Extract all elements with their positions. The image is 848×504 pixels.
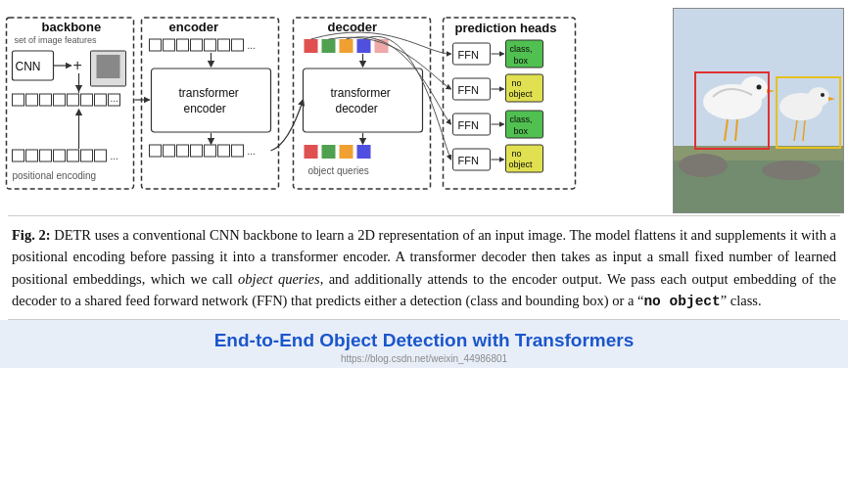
svg-text:class,: class, [510,44,533,54]
svg-text:prediction heads: prediction heads [455,21,557,35]
svg-rect-16 [95,94,107,106]
svg-rect-35 [191,39,203,51]
svg-text:FFN: FFN [458,84,479,96]
svg-rect-33 [164,39,175,51]
svg-text:positional encoding: positional encoding [13,170,97,181]
svg-rect-13 [54,94,66,106]
italic-phrase: object queries [238,271,320,287]
svg-rect-43 [150,145,162,157]
svg-text:object queries: object queries [308,165,369,176]
svg-text:...: ... [111,93,118,104]
svg-rect-14 [68,94,79,106]
svg-rect-26 [81,150,93,161]
main-container: backbone set of image features CNN + [0,0,848,504]
svg-text:...: ... [248,40,256,51]
svg-rect-49 [232,145,244,157]
svg-rect-65 [322,145,336,159]
svg-rect-46 [191,145,203,157]
svg-rect-10 [13,94,24,106]
caption-section: Fig. 2: DETR uses a conventional CNN bac… [0,216,848,319]
svg-rect-12 [40,94,52,106]
bird-image [673,8,844,213]
svg-text:set of image features: set of image features [15,35,98,45]
svg-text:...: ... [111,151,118,161]
svg-text:class,: class, [510,115,533,124]
svg-rect-27 [95,150,107,161]
svg-text:object: object [509,89,534,99]
svg-point-109 [808,87,829,107]
svg-text:no: no [512,149,522,159]
svg-rect-22 [26,150,38,161]
svg-text:+: + [73,57,82,73]
svg-rect-47 [205,145,216,157]
fig-label: Fig. 2: [12,227,51,243]
mono-phrase: no object [643,294,720,309]
svg-rect-67 [357,145,371,159]
svg-text:backbone: backbone [42,20,102,34]
svg-point-103 [740,76,768,102]
svg-text:...: ... [248,146,256,157]
svg-rect-59 [357,39,371,53]
svg-rect-57 [322,39,336,53]
svg-rect-11 [26,94,38,106]
svg-text:CNN: CNN [16,60,41,73]
footer-section: End-to-End Object Detection with Transfo… [0,320,848,368]
svg-rect-23 [40,150,52,161]
footer-url: https://blog.csdn.net/weixin_44986801 [0,353,848,364]
svg-rect-21 [13,150,24,161]
diagram-canvas: backbone set of image features CNN + [4,8,671,213]
svg-text:FFN: FFN [458,49,479,61]
svg-text:box: box [514,56,529,66]
svg-rect-25 [68,150,79,161]
svg-rect-66 [340,145,353,159]
svg-point-111 [821,93,824,97]
svg-rect-37 [218,39,230,51]
svg-rect-32 [150,39,162,51]
svg-rect-40 [152,69,271,132]
svg-rect-34 [177,39,189,51]
svg-rect-61 [304,69,423,132]
svg-rect-24 [54,150,66,161]
svg-rect-45 [177,145,189,157]
diagram-section: backbone set of image features CNN + [0,0,848,215]
svg-rect-58 [340,39,353,53]
svg-text:no: no [512,78,522,88]
svg-text:transformer: transformer [179,86,239,100]
svg-text:encoder: encoder [169,20,219,34]
svg-rect-7 [97,55,120,78]
svg-text:FFN: FFN [458,119,479,131]
footer-title: End-to-End Object Detection with Transfo… [0,330,848,351]
svg-text:encoder: encoder [184,102,226,115]
svg-rect-48 [218,145,230,157]
svg-rect-15 [81,94,93,106]
svg-point-101 [762,160,821,180]
svg-text:decoder: decoder [336,102,378,115]
svg-rect-44 [164,145,175,157]
svg-rect-38 [232,39,244,51]
svg-text:transformer: transformer [331,86,391,100]
svg-rect-64 [305,145,318,159]
svg-rect-36 [205,39,216,51]
caption-text: Fig. 2: DETR uses a conventional CNN bac… [12,224,836,313]
svg-point-105 [757,85,762,90]
svg-text:FFN: FFN [458,155,479,166]
svg-text:box: box [514,126,529,136]
svg-text:object: object [509,160,534,169]
svg-rect-56 [305,39,318,53]
svg-point-100 [679,154,728,177]
